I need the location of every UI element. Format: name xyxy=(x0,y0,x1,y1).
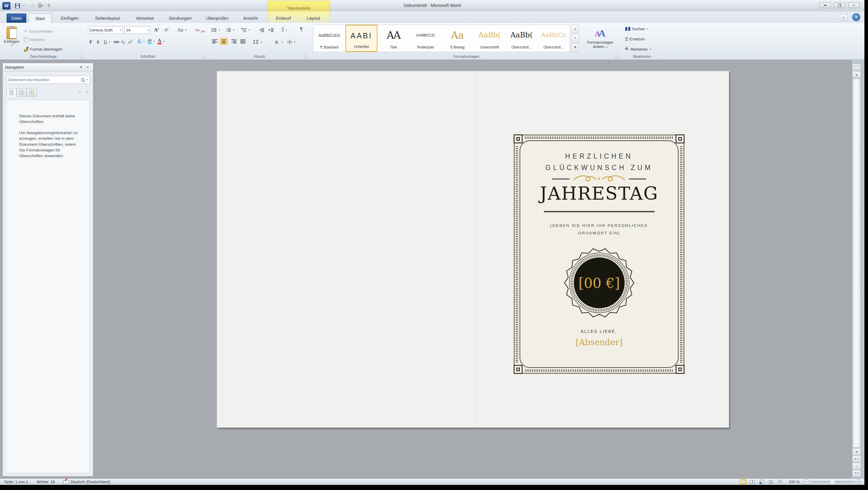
justify-button[interactable] xyxy=(239,38,247,45)
tab-seitenlayout[interactable]: Seitenlayout xyxy=(89,13,126,23)
tab-einfuegen[interactable]: Einfügen xyxy=(56,13,84,23)
align-center-button[interactable] xyxy=(220,38,228,45)
scroll-up-icon[interactable]: ▲ xyxy=(852,71,861,78)
tab-ansicht[interactable]: Ansicht xyxy=(239,13,262,23)
show-formatting-marks-button[interactable]: ¶ xyxy=(299,26,304,33)
symbol-omega-icon[interactable]: Ω▾ xyxy=(38,2,44,9)
card-title[interactable]: JAHRESTAG xyxy=(512,183,686,204)
zoom-in-icon[interactable]: + xyxy=(856,479,861,485)
subscript-button[interactable]: x2 xyxy=(120,38,126,45)
replace-button[interactable]: abac Ersetzen xyxy=(624,35,646,42)
font-dialog-launcher-icon[interactable]: ↘ xyxy=(202,55,206,59)
restore-button[interactable] xyxy=(834,2,845,8)
page-count[interactable]: Seite: 1 von 1 xyxy=(0,479,32,485)
fullscreen-reading-view-button[interactable] xyxy=(749,479,756,485)
underline-button[interactable]: U▾ xyxy=(103,38,111,45)
clear-formatting-button[interactable]: Aa xyxy=(194,26,205,33)
document-search-box[interactable]: ▾ xyxy=(6,76,90,84)
document-page[interactable]: HERZLICHEN GLÜCKWUNSCH ZUM JAHRESTAG [GE… xyxy=(217,71,729,427)
collapse-ribbon-icon[interactable]: ∧ xyxy=(840,14,848,21)
scrollbar-thumb[interactable] xyxy=(853,79,861,448)
find-button[interactable]: Suchen▾ xyxy=(624,25,649,32)
browse-pages-tab[interactable] xyxy=(17,88,27,97)
styles-dialog-launcher-icon[interactable]: ↘ xyxy=(616,55,620,59)
amount-badge[interactable]: [00 €] xyxy=(563,247,635,319)
scroll-down-icon[interactable]: ▼ xyxy=(852,449,861,455)
tab-datei[interactable]: Datei xyxy=(7,13,26,23)
ruler-toggle-button[interactable] xyxy=(852,64,861,70)
style-unterschrift[interactable]: AaBb( Unterschrift xyxy=(473,25,505,52)
word-app-icon[interactable]: W xyxy=(2,2,10,9)
style-standard[interactable]: AaBbCcDc ¶ Standard xyxy=(313,25,345,52)
search-icon[interactable] xyxy=(81,78,85,82)
change-case-button[interactable]: Aa▾ xyxy=(177,26,187,33)
tab-entwurf[interactable]: Entwurf xyxy=(270,13,297,23)
align-left-button[interactable] xyxy=(211,38,219,45)
bullets-button[interactable]: ▾ xyxy=(210,26,221,33)
select-button[interactable]: Markieren▾ xyxy=(624,45,652,53)
highlight-color-button[interactable]: ab▾ xyxy=(147,38,156,45)
grow-font-button[interactable]: A▴ xyxy=(153,26,160,33)
zoom-slider-thumb[interactable] xyxy=(831,480,835,485)
paragraph-dialog-launcher-icon[interactable]: ↘ xyxy=(304,55,308,59)
borders-button[interactable]: ▾ xyxy=(286,38,296,45)
multilevel-list-button[interactable]: ▾ xyxy=(240,26,251,33)
navigation-pane-menu-icon[interactable]: ▼ xyxy=(78,65,84,70)
browse-headings-tab[interactable] xyxy=(6,88,17,97)
cut-button[interactable]: ✂ Ausschneiden xyxy=(23,28,54,35)
style-titel[interactable]: AA Titel xyxy=(377,25,409,52)
card-greeting-placeholder[interactable]: [GEBEN SIE HIER IHR PERSONLICHES GRUßWOR… xyxy=(512,222,686,237)
clipboard-dialog-launcher-icon[interactable]: ↘ xyxy=(80,55,84,59)
help-icon[interactable]: ? xyxy=(852,13,860,21)
redo-icon[interactable]: ↺ xyxy=(30,2,36,9)
shrink-font-button[interactable]: A▾ xyxy=(163,26,169,33)
select-browse-object-icon[interactable]: ○ xyxy=(852,463,861,469)
outline-view-button[interactable] xyxy=(767,479,775,485)
card-heading[interactable]: HERZLICHEN GLÜCKWUNSCH ZUM xyxy=(512,151,686,173)
minimize-button[interactable] xyxy=(819,2,831,8)
align-right-button[interactable] xyxy=(230,38,238,45)
proofing-status[interactable]: Deutsch (Deutschland) xyxy=(59,479,114,485)
font-size-select[interactable]: 14▾ xyxy=(125,26,150,34)
previous-page-icon[interactable]: ▲▲ xyxy=(852,456,861,462)
zoom-level[interactable]: 100 % xyxy=(789,480,800,484)
gallery-scroll-down-icon[interactable]: ▼ xyxy=(572,34,579,43)
text-effects-button[interactable]: A▾ xyxy=(136,38,146,45)
card-sender-placeholder[interactable]: [Absender] xyxy=(512,337,686,347)
gallery-more-icon[interactable]: ▼ xyxy=(572,43,579,52)
style-textkoerper[interactable]: AABBCCD Textkörper xyxy=(409,25,441,52)
card-closing[interactable]: ALLES LIEBE, xyxy=(512,329,686,334)
web-layout-view-button[interactable] xyxy=(758,479,765,485)
italic-button[interactable]: K xyxy=(96,38,100,45)
tab-layout[interactable]: Layout xyxy=(301,13,326,23)
style-untertitel[interactable]: AABI Untertitel xyxy=(345,25,377,52)
change-styles-button[interactable]: AA Formatvorlagen ändern ▾ xyxy=(582,25,618,52)
zoom-slider[interactable] xyxy=(811,481,854,483)
style-ueberschrift-1[interactable]: AaBb( Überschrif... xyxy=(505,25,537,52)
format-painter-button[interactable]: Format übertragen xyxy=(23,45,63,53)
draft-view-button[interactable] xyxy=(776,479,784,485)
font-color-button[interactable]: A▾ xyxy=(157,38,165,45)
line-spacing-button[interactable]: ▾ xyxy=(252,38,263,45)
tab-sendungen[interactable]: Sendungen xyxy=(164,13,196,23)
tab-ueberpruefen[interactable]: Überprüfen xyxy=(201,13,234,23)
shading-button[interactable]: ▾ xyxy=(273,38,284,45)
close-button[interactable]: × xyxy=(848,2,860,8)
increase-indent-button[interactable] xyxy=(268,26,275,33)
word-count[interactable]: Wörter: 16 xyxy=(33,479,59,485)
decrease-indent-button[interactable] xyxy=(258,26,265,33)
strikethrough-button[interactable]: abe xyxy=(113,38,120,45)
style-ueberschrift-2[interactable]: AaBbCc Überschrif... xyxy=(537,25,569,52)
paste-button[interactable]: Einfügen ▾ xyxy=(2,26,21,54)
customize-qat-icon[interactable]: ▾ xyxy=(48,4,50,8)
bold-button[interactable]: F xyxy=(89,38,93,45)
numbering-button[interactable]: 123▾ xyxy=(225,26,235,33)
zoom-out-icon[interactable]: − xyxy=(804,479,809,485)
copy-button[interactable]: Kopieren xyxy=(23,36,46,43)
tab-verweise[interactable]: Verweise xyxy=(131,13,159,23)
greeting-card[interactable]: HERZLICHEN GLÜCKWUNSCH ZUM JAHRESTAG [GE… xyxy=(512,132,686,376)
browse-results-tab[interactable] xyxy=(27,88,37,97)
undo-icon[interactable]: ↶▾ xyxy=(22,2,28,9)
gallery-scroll-up-icon[interactable]: ▲ xyxy=(572,25,579,33)
save-icon[interactable] xyxy=(14,2,20,9)
